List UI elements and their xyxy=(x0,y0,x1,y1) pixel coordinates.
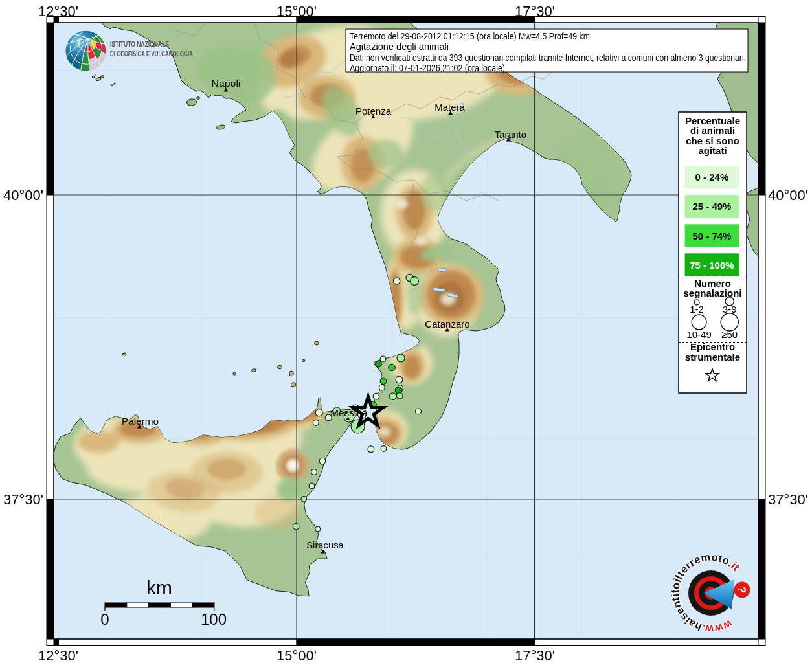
svg-text:Potenza: Potenza xyxy=(355,106,391,117)
svg-text:100: 100 xyxy=(201,611,227,628)
svg-text:Palermo: Palermo xyxy=(122,416,159,427)
svg-text:Agitazione degli animali: Agitazione degli animali xyxy=(350,41,449,52)
svg-text:DI GEOFISICA E VULCANOLOGIA: DI GEOFISICA E VULCANOLOGIA xyxy=(110,50,193,58)
svg-text:Dati non verificati estratti d: Dati non verificati estratti da 393 ques… xyxy=(350,52,746,63)
svg-text:0: 0 xyxy=(100,611,109,628)
svg-text:≥50: ≥50 xyxy=(721,329,738,340)
svg-text:Aggiornato il: 07-01-2026 21:0: Aggiornato il: 07-01-2026 21:02 (ora loc… xyxy=(350,62,505,73)
svg-text:25 - 49%: 25 - 49% xyxy=(692,201,731,212)
svg-text:Taranto: Taranto xyxy=(495,129,526,140)
svg-text:15°00': 15°00' xyxy=(276,3,317,19)
svg-text:Catanzaro: Catanzaro xyxy=(425,319,469,330)
svg-text:1-2: 1-2 xyxy=(690,304,704,315)
svg-text:?: ? xyxy=(736,586,749,594)
svg-text:40°00': 40°00' xyxy=(768,187,808,203)
svg-text:12°30': 12°30' xyxy=(38,647,78,663)
svg-text:Siracusa: Siracusa xyxy=(306,539,344,550)
svg-text:Terremoto del 29-08-2012 01:12: Terremoto del 29-08-2012 01:12:15 (ora l… xyxy=(350,30,590,41)
svg-text:agitati: agitati xyxy=(698,145,727,156)
svg-text:0 - 24%: 0 - 24% xyxy=(695,172,729,183)
svg-text:12°30': 12°30' xyxy=(38,3,78,19)
svg-text:ISTITUTO NAZIONALE: ISTITUTO NAZIONALE xyxy=(110,40,169,48)
svg-text:Matera: Matera xyxy=(434,102,465,113)
svg-text:17°30': 17°30' xyxy=(515,647,555,663)
svg-text:strumentale: strumentale xyxy=(685,352,740,363)
svg-text:Napoli: Napoli xyxy=(212,78,241,89)
svg-text:50 - 74%: 50 - 74% xyxy=(692,230,731,242)
svg-text:75 - 100%: 75 - 100% xyxy=(690,260,734,271)
svg-text:segnalazioni: segnalazioni xyxy=(683,287,741,298)
svg-text:km: km xyxy=(146,577,172,598)
svg-text:37°30': 37°30' xyxy=(768,491,808,508)
svg-text:15°00': 15°00' xyxy=(276,647,317,663)
svg-text:17°30': 17°30' xyxy=(515,3,555,19)
svg-text:37°30': 37°30' xyxy=(3,491,43,508)
svg-text:Epicentro: Epicentro xyxy=(690,341,735,352)
svg-text:10-49: 10-49 xyxy=(686,329,711,340)
svg-text:40°00': 40°00' xyxy=(3,187,43,203)
